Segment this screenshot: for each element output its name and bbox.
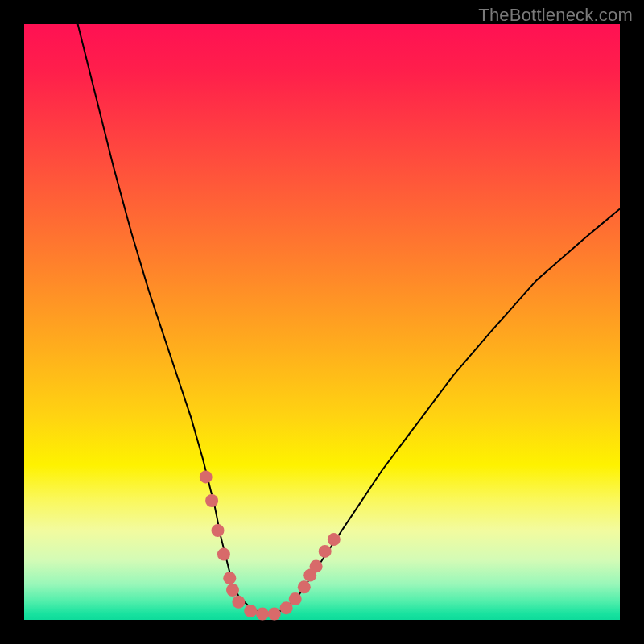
chart-frame: TheBottleneck.com	[0, 0, 644, 644]
chart-marker	[200, 470, 213, 483]
chart-curve	[78, 24, 620, 614]
chart-marker	[212, 524, 225, 537]
chart-marker	[226, 584, 239, 597]
chart-marker	[217, 548, 230, 561]
chart-marker	[244, 605, 257, 617]
chart-marker	[232, 596, 245, 609]
chart-marker	[268, 608, 281, 621]
chart-marker	[310, 559, 323, 572]
chart-marker	[319, 545, 332, 558]
chart-marker	[289, 592, 302, 605]
chart-markers	[200, 470, 341, 620]
chart-plot-area	[24, 24, 620, 620]
chart-marker	[328, 533, 341, 546]
chart-marker	[205, 494, 218, 507]
chart-marker	[223, 572, 236, 584]
chart-marker	[298, 580, 311, 593]
chart-marker	[256, 608, 269, 621]
chart-svg	[24, 24, 620, 620]
watermark-text: TheBottleneck.com	[478, 5, 633, 26]
